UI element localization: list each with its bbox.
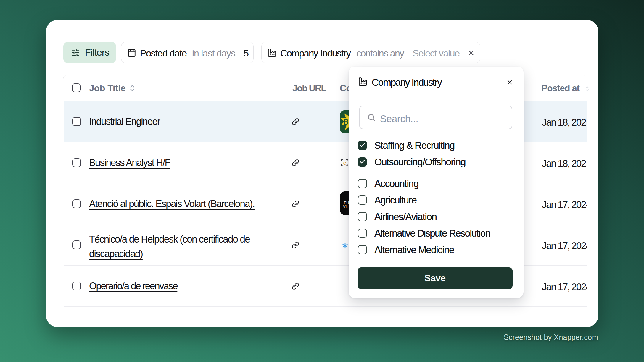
svg-text:B: B xyxy=(343,118,349,126)
svg-text:c: c xyxy=(343,160,347,166)
